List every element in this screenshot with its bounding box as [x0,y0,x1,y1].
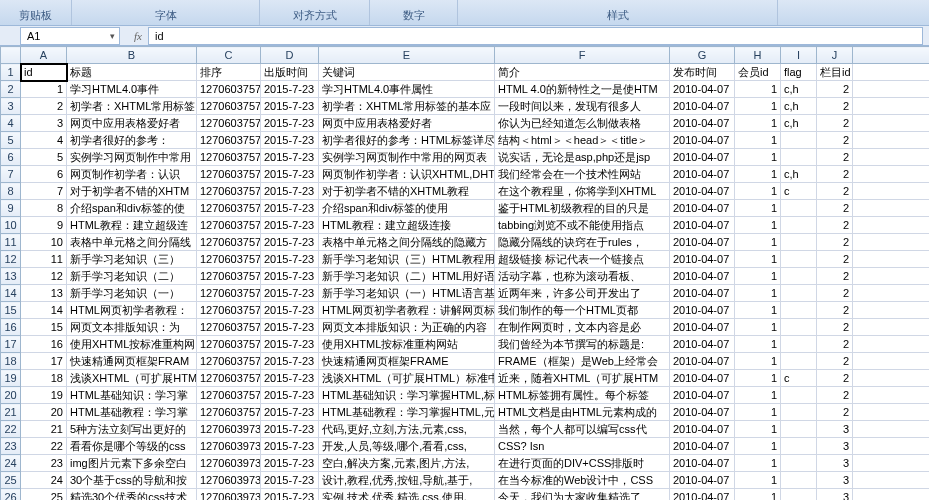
cell[interactable]: 1 [735,81,781,98]
cell[interactable] [853,285,930,302]
cell[interactable] [781,319,817,336]
cell[interactable] [781,421,817,438]
cell[interactable]: 你认为已经知道怎么制做表格 [495,115,670,132]
cell[interactable]: 2 [817,200,853,217]
cell[interactable]: 学习HTML4.0事件 [67,81,197,98]
row-header[interactable]: 19 [1,370,21,387]
cell[interactable] [853,166,930,183]
cell[interactable]: 新手学习老知识（三）HTML教程用 [319,251,495,268]
cell[interactable]: id [21,64,67,81]
row-header[interactable]: 18 [1,353,21,370]
cell[interactable] [781,336,817,353]
cell[interactable]: 2015-7-23 [261,421,319,438]
cell[interactable] [853,132,930,149]
cell[interactable]: HTML基础知识：学习掌握HTML,标 [319,387,495,404]
cell[interactable]: HTML文档是由HTML元素构成的 [495,404,670,421]
cell[interactable]: 1 [735,98,781,115]
cell[interactable]: 1270603757 [197,132,261,149]
cell[interactable]: c,h [781,81,817,98]
cell[interactable]: 2015-7-23 [261,472,319,489]
cell[interactable]: 今天，我们为大家收集精选了 [495,489,670,501]
cell[interactable] [853,455,930,472]
cell[interactable]: c [781,370,817,387]
cell[interactable]: 1 [735,217,781,234]
cell[interactable]: 5 [21,149,67,166]
cell[interactable]: 设计,教程,优秀,按钮,导航,基于, [319,472,495,489]
cell[interactable]: flag [781,64,817,81]
cell[interactable]: 发布时间 [670,64,735,81]
cell[interactable]: 1 [735,132,781,149]
cell[interactable]: 介绍span和div标签的使用 [319,200,495,217]
cell[interactable]: 2010-04-07 [670,455,735,472]
cell[interactable]: 1270603757 [197,251,261,268]
cell[interactable]: 2015-7-23 [261,387,319,404]
select-all-corner[interactable] [1,47,21,64]
cell[interactable] [853,98,930,115]
cell[interactable]: 2015-7-23 [261,268,319,285]
cell[interactable]: 23 [21,455,67,472]
cell[interactable]: 1270603757 [197,234,261,251]
cell[interactable]: 2015-7-23 [261,353,319,370]
cell[interactable]: 2010-04-07 [670,183,735,200]
row-header[interactable]: 14 [1,285,21,302]
cell[interactable]: 排序 [197,64,261,81]
cell[interactable]: 4 [21,132,67,149]
cell[interactable] [853,319,930,336]
ribbon-group[interactable]: 剪贴板 [0,0,72,25]
cell[interactable]: 开发,人员,等级,哪个,看看,css, [319,438,495,455]
cell[interactable]: 初学者很好的参考：HTML标签详尽 [319,132,495,149]
cell[interactable] [853,387,930,404]
column-header[interactable]: J [817,47,853,64]
cell[interactable]: 活动字幕，也称为滚动看板、 [495,268,670,285]
cell[interactable] [853,268,930,285]
cell[interactable]: 我们经常会在一个技术性网站 [495,166,670,183]
cell[interactable]: CSS? Isn [495,438,670,455]
cell[interactable]: 2015-7-23 [261,302,319,319]
cell[interactable]: 2 [21,98,67,115]
cell[interactable]: 2 [817,81,853,98]
column-header[interactable]: C [197,47,261,64]
cell[interactable]: HTML教程：建立超级连接 [319,217,495,234]
cell[interactable]: 9 [21,217,67,234]
row-header[interactable]: 11 [1,234,21,251]
cell[interactable] [853,370,930,387]
cell[interactable]: 11 [21,251,67,268]
cell[interactable]: HTML网页初学者教程：讲解网页标 [319,302,495,319]
cell[interactable]: 6 [21,166,67,183]
cell[interactable]: 1 [735,472,781,489]
cell[interactable] [853,234,930,251]
cell[interactable]: 19 [21,387,67,404]
cell[interactable]: 1 [21,81,67,98]
cell[interactable]: 1 [735,251,781,268]
column-header[interactable] [853,47,930,64]
cell[interactable]: 2010-04-07 [670,166,735,183]
row-header[interactable]: 13 [1,268,21,285]
cell[interactable] [781,268,817,285]
row-header[interactable]: 23 [1,438,21,455]
row-header[interactable]: 5 [1,132,21,149]
cell[interactable] [781,489,817,501]
cell[interactable] [853,115,930,132]
cell[interactable]: 关键词 [319,64,495,81]
cell[interactable]: 实例学习网页制作中常用的网页表 [319,149,495,166]
cell[interactable]: HTML标签拥有属性。每个标签 [495,387,670,404]
cell[interactable]: 对于初学者不错的XHTML教程 [319,183,495,200]
cell[interactable]: 表格中单元格之间分隔线的隐藏方 [319,234,495,251]
column-header[interactable]: F [495,47,670,64]
cell[interactable] [853,81,930,98]
cell[interactable]: 2 [817,387,853,404]
cell[interactable]: 隐藏分隔线的诀窍在于rules， [495,234,670,251]
cell[interactable]: 17 [21,353,67,370]
cell[interactable]: 1270603757 [197,387,261,404]
cell[interactable]: 1270603757 [197,302,261,319]
cell[interactable]: 网页制作初学者：认识XHTML,DHTM [319,166,495,183]
cell[interactable]: 2010-04-07 [670,149,735,166]
cell[interactable]: 2 [817,115,853,132]
cell[interactable]: 初学者：XHTML常用标签 [67,98,197,115]
cell[interactable]: 对于初学者不错的XHTM [67,183,197,200]
cell[interactable]: 看看你是哪个等级的css [67,438,197,455]
cell[interactable]: 2015-7-23 [261,489,319,501]
cell[interactable]: 使用XHTML按标准重构网 [67,336,197,353]
cell[interactable]: 10 [21,234,67,251]
row-header[interactable]: 26 [1,489,21,501]
